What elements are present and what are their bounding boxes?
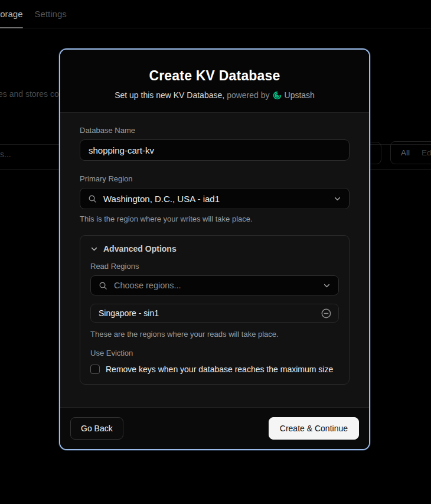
background-description-text: es and stores co [0,89,59,99]
active-tab-underline [0,27,23,28]
tab-storage[interactable]: Storage [0,0,23,28]
subtitle-prefix: Set up this new KV Database, [115,90,224,100]
screen: Storage Settings es and stores co s... A… [0,0,431,504]
read-regions-placeholder: Choose regions... [114,281,316,290]
modal-footer: Go Back Create & Continue [60,407,369,449]
create-continue-button[interactable]: Create & Continue [269,417,359,440]
tab-storage-label: Storage [0,9,23,19]
eviction-checkbox[interactable] [90,365,100,374]
subtitle-powered-by: powered by [227,90,269,100]
tab-settings-label: Settings [35,9,67,19]
filter-edge-config-button[interactable]: Edge Config [422,148,431,157]
selected-region-row: Singapore - sin1 [90,304,339,323]
chevron-down-icon [334,195,341,203]
search-icon [88,194,97,203]
subtitle-brand: Upstash [285,90,315,100]
background-filter-group: All Edge Config [390,141,431,164]
primary-region-select[interactable]: Washington, D.C., USA - iad1 [80,188,350,209]
database-name-input[interactable] [80,139,350,161]
database-name-label: Database Name [80,126,350,135]
minus-circle-icon [321,308,332,319]
search-icon [99,281,107,290]
upstash-logo-icon [273,91,282,100]
eviction-checkbox-row: Remove keys when your database reaches t… [90,365,339,374]
advanced-options-toggle[interactable]: Advanced Options [90,244,339,253]
remove-region-button[interactable] [319,307,333,320]
use-eviction-label: Use Eviction [90,349,339,357]
advanced-options-section: Advanced Options Read Regions Choose reg… [80,235,350,385]
tab-settings[interactable]: Settings [35,0,67,28]
top-nav: Storage Settings [0,0,431,28]
chevron-down-icon [90,245,98,253]
read-regions-helper: These are the regions where your reads w… [90,330,339,339]
primary-region-label: Primary Region [80,175,350,183]
eviction-checkbox-label: Remove keys when your database reaches t… [106,365,333,374]
primary-region-value: Washington, D.C., USA - iad1 [103,194,327,204]
chevron-down-icon [323,282,331,290]
modal-subtitle: Set up this new KV Database, powered by … [72,90,357,100]
create-kv-database-modal: Create KV Database Set up this new KV Da… [59,48,370,450]
primary-region-helper: This is the region where your writes wil… [80,214,350,223]
advanced-options-title: Advanced Options [103,244,177,253]
modal-body: Database Name Primary Region Washington,… [60,113,369,407]
selected-region-name: Singapore - sin1 [99,308,319,318]
go-back-button[interactable]: Go Back [70,417,123,440]
read-regions-label: Read Regions [90,262,339,271]
filter-all-button[interactable]: All [401,148,410,157]
read-regions-select[interactable]: Choose regions... [90,275,339,295]
modal-title: Create KV Database [72,68,357,84]
modal-header: Create KV Database Set up this new KV Da… [60,50,369,113]
background-search-placeholder[interactable]: s... [0,149,11,159]
